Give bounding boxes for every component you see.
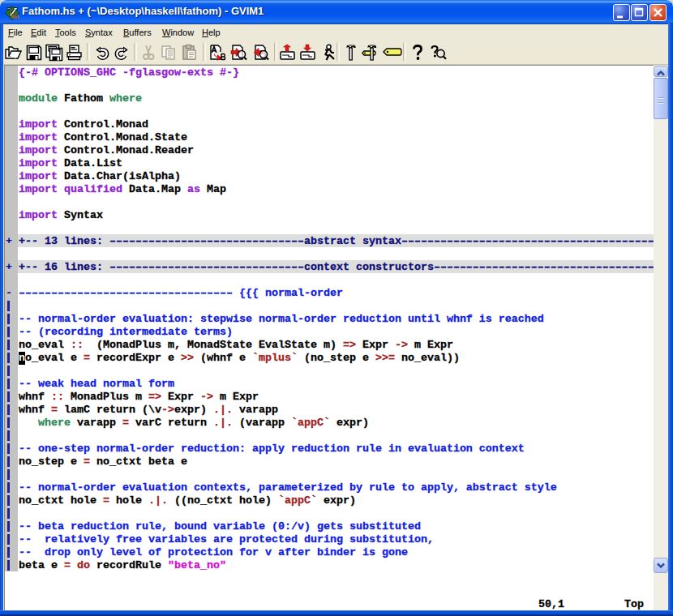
svg-text:im: im	[11, 13, 19, 20]
